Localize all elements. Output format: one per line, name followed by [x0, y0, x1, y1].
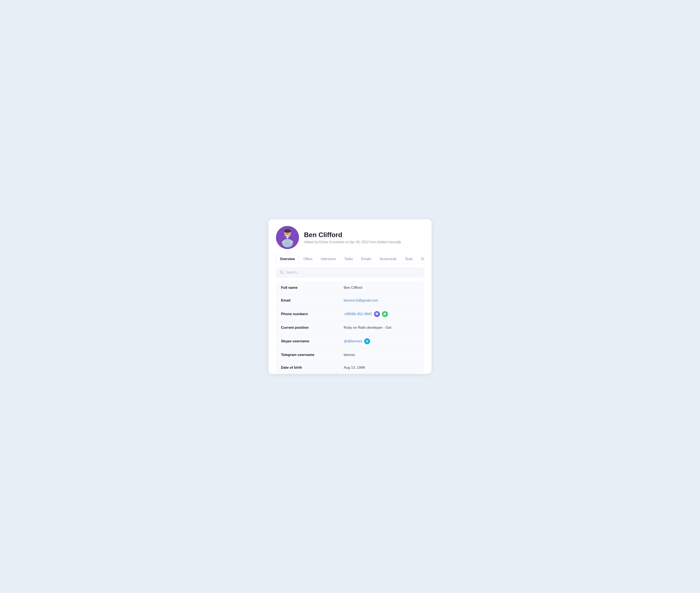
field-value-dob: Aug 13, 1999 — [344, 365, 365, 370]
tabs-nav: Overview Offers Interviews Tasks Emails … — [276, 255, 424, 264]
profile-name: Ben Clifford — [304, 231, 401, 239]
tab-scorecards[interactable]: Scorecards — [376, 255, 400, 263]
field-value-email[interactable]: bennov1t@gmail.com — [344, 299, 378, 303]
info-table: Full name Ben Clifford Email bennov1t@gm… — [276, 281, 424, 374]
tab-interviews[interactable]: Interviews — [317, 255, 340, 263]
skype-icon[interactable] — [364, 338, 370, 344]
field-label-telegram: Telegram username — [281, 353, 344, 357]
search-input[interactable] — [286, 270, 420, 275]
table-row: Date of birth Aug 13, 1999 — [276, 361, 424, 374]
table-row: Current position Ruby on Rails developer… — [276, 321, 424, 334]
svg-point-5 — [284, 229, 291, 233]
profile-header: Ben Clifford Added by Eloise Constaine o… — [276, 226, 424, 249]
table-row: Telegram username bensss — [276, 349, 424, 361]
search-icon — [280, 271, 284, 274]
avatar — [276, 226, 299, 249]
tab-emails[interactable]: Emails — [357, 255, 375, 263]
viber-icon[interactable] — [374, 311, 380, 317]
tab-tests[interactable]: Tests — [401, 255, 416, 263]
field-value-telegram: bensss — [344, 353, 355, 357]
whatsapp-icon[interactable] — [382, 311, 388, 317]
skype-username[interactable]: @@bensss — [344, 339, 362, 343]
tab-tasks[interactable]: Tasks — [340, 255, 356, 263]
tab-documents[interactable]: Docume... — [417, 255, 424, 263]
field-value-phone: +99066-452-3845 — [344, 311, 388, 317]
table-row: Phone numbers +99066-452-3845 — [276, 307, 424, 321]
svg-line-10 — [282, 273, 283, 274]
profile-subtitle: Added by Eloise Constaine on Apr 28, 202… — [304, 240, 401, 244]
table-row: Email bennov1t@gmail.com — [276, 294, 424, 307]
field-value-position: Ruby on Rails developer - Got — [344, 326, 391, 330]
profile-card: Ben Clifford Added by Eloise Constaine o… — [268, 219, 432, 374]
field-label-fullname: Full name — [281, 286, 344, 290]
search-bar — [276, 268, 424, 277]
field-label-position: Current position — [281, 326, 344, 330]
tab-overview[interactable]: Overview — [276, 255, 299, 264]
field-label-dob: Date of birth — [281, 365, 344, 370]
field-label-skype: Skype username — [281, 339, 344, 343]
field-value-fullname: Ben Clifford — [344, 286, 362, 290]
table-row: Skype username @@bensss — [276, 334, 424, 349]
field-label-phone: Phone numbers — [281, 312, 344, 316]
svg-point-6 — [282, 239, 293, 247]
phone-number[interactable]: +99066-452-3845 — [344, 312, 372, 316]
table-row: Full name Ben Clifford — [276, 281, 424, 294]
field-value-skype: @@bensss — [344, 338, 370, 344]
tab-offers[interactable]: Offers — [300, 255, 316, 263]
field-label-email: Email — [281, 299, 344, 303]
profile-info: Ben Clifford Added by Eloise Constaine o… — [304, 231, 401, 244]
